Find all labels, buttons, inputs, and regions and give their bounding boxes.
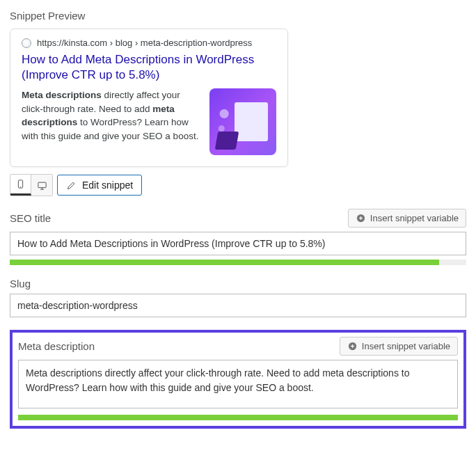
slug-block: Slug [10, 278, 466, 317]
snippet-preview-heading: Snippet Preview [10, 10, 466, 22]
edit-snippet-button[interactable]: Edit snippet [57, 175, 142, 196]
seo-title-label: SEO title [10, 212, 51, 224]
seo-title-input[interactable] [10, 232, 466, 255]
meta-description-progress-fill [18, 415, 458, 420]
plus-circle-icon [356, 213, 366, 223]
preview-toolbar: Edit snippet [10, 174, 466, 196]
preview-title: How to Add Meta Descriptions in WordPres… [22, 52, 276, 83]
seo-title-progress-fill [10, 260, 439, 265]
meta-description-block: Meta description Insert snippet variable [18, 337, 458, 420]
svg-rect-2 [38, 182, 45, 188]
preview-description: Meta descriptions directly affect your c… [22, 88, 200, 155]
pencil-icon [66, 180, 77, 191]
meta-description-input[interactable] [18, 360, 458, 408]
slug-label: Slug [10, 278, 31, 289]
insert-variable-label: Insert snippet variable [370, 213, 459, 223]
globe-icon [22, 38, 31, 48]
preview-thumbnail [209, 88, 276, 155]
plus-circle-icon [347, 341, 358, 351]
snippet-preview-card: https://kinsta.com › blog › meta-descrip… [10, 29, 288, 167]
preview-url: https://kinsta.com › blog › meta-descrip… [37, 38, 252, 48]
insert-variable-button-title[interactable]: Insert snippet variable [348, 209, 466, 228]
slug-input[interactable] [10, 294, 466, 317]
meta-description-label: Meta description [18, 340, 95, 352]
desktop-view-button[interactable] [31, 175, 52, 196]
seo-title-block: SEO title Insert snippet variable [10, 209, 466, 265]
mobile-view-button[interactable] [10, 175, 31, 196]
desktop-icon [37, 180, 47, 191]
mobile-icon [15, 179, 26, 189]
edit-snippet-label: Edit snippet [82, 180, 133, 191]
meta-description-progress [18, 415, 458, 420]
meta-description-highlight: Meta description Insert snippet variable [10, 330, 466, 429]
insert-variable-label: Insert snippet variable [362, 341, 450, 351]
insert-variable-button-desc[interactable]: Insert snippet variable [340, 337, 458, 356]
seo-title-progress [10, 260, 466, 265]
device-toggle [10, 174, 53, 196]
